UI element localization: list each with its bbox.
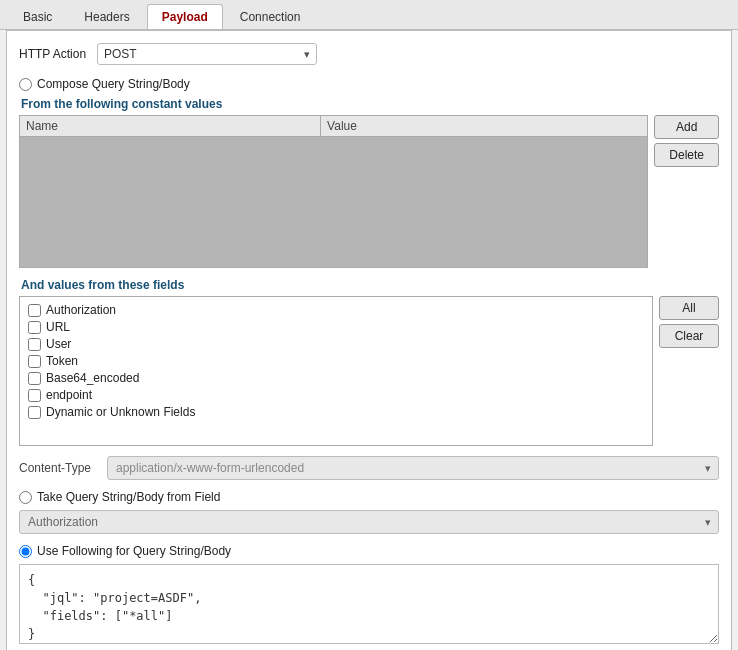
json-body-textarea[interactable]: { "jql": "project=ASDF", "fields": ["*al… [19, 564, 719, 644]
col-value-header: Value [321, 116, 647, 136]
content-type-label: Content-Type [19, 461, 101, 475]
all-button[interactable]: All [659, 296, 719, 320]
checkbox-row-authorization: Authorization [28, 303, 644, 317]
checkbox-row-token: Token [28, 354, 644, 368]
checkbox-base64-label: Base64_encoded [46, 371, 139, 385]
fields-section: Authorization URL User Token Base64_enco [19, 296, 719, 446]
checkbox-row-url: URL [28, 320, 644, 334]
compose-radio-row: Compose Query String/Body [19, 77, 719, 91]
tab-connection[interactable]: Connection [225, 4, 316, 29]
checkbox-endpoint[interactable] [28, 389, 41, 402]
const-side-buttons: Add Delete [654, 115, 719, 268]
tab-basic[interactable]: Basic [8, 4, 67, 29]
col-name-header: Name [20, 116, 321, 136]
content-area: HTTP Action POST GET PUT DELETE PATCH Co… [6, 30, 732, 650]
constant-values-label: From the following constant values [21, 97, 719, 111]
clear-button[interactable]: Clear [659, 324, 719, 348]
http-action-label: HTTP Action [19, 47, 89, 61]
table-header: Name Value [20, 116, 647, 137]
content-type-select[interactable]: application/x-www-form-urlencoded applic… [107, 456, 719, 480]
table-body [20, 137, 647, 267]
tab-headers[interactable]: Headers [69, 4, 144, 29]
field-select[interactable]: Authorization URL User Token [19, 510, 719, 534]
constant-values-section: Name Value Add Delete [19, 115, 719, 268]
compose-radio-label: Compose Query String/Body [37, 77, 190, 91]
checkbox-row-base64: Base64_encoded [28, 371, 644, 385]
checkbox-token[interactable] [28, 355, 41, 368]
content-type-row: Content-Type application/x-www-form-urle… [19, 456, 719, 480]
checkbox-base64[interactable] [28, 372, 41, 385]
checkbox-url[interactable] [28, 321, 41, 334]
checkbox-row-dynamic: Dynamic or Unknown Fields [28, 405, 644, 419]
checkbox-row-user: User [28, 337, 644, 351]
checkbox-row-endpoint: endpoint [28, 388, 644, 402]
checkbox-user-label: User [46, 337, 71, 351]
checkbox-authorization[interactable] [28, 304, 41, 317]
http-action-row: HTTP Action POST GET PUT DELETE PATCH [19, 43, 719, 65]
use-following-radio-row: Use Following for Query String/Body [19, 544, 719, 558]
take-query-radio-label: Take Query String/Body from Field [37, 490, 220, 504]
main-container: Basic Headers Payload Connection HTTP Ac… [0, 0, 738, 650]
checkbox-dynamic[interactable] [28, 406, 41, 419]
constant-values-table: Name Value [19, 115, 648, 268]
fields-checkboxes: Authorization URL User Token Base64_enco [19, 296, 653, 446]
checkbox-dynamic-label: Dynamic or Unknown Fields [46, 405, 195, 419]
checkbox-endpoint-label: endpoint [46, 388, 92, 402]
delete-button[interactable]: Delete [654, 143, 719, 167]
checkbox-authorization-label: Authorization [46, 303, 116, 317]
checkbox-token-label: Token [46, 354, 78, 368]
field-select-wrapper: Authorization URL User Token [19, 510, 719, 534]
tabs-bar: Basic Headers Payload Connection [0, 0, 738, 30]
checkbox-url-label: URL [46, 320, 70, 334]
take-query-radio-row: Take Query String/Body from Field [19, 490, 719, 504]
add-button[interactable]: Add [654, 115, 719, 139]
compose-radio[interactable] [19, 78, 32, 91]
take-query-radio[interactable] [19, 491, 32, 504]
tab-payload[interactable]: Payload [147, 4, 223, 29]
checkbox-user[interactable] [28, 338, 41, 351]
http-action-select[interactable]: POST GET PUT DELETE PATCH [97, 43, 317, 65]
http-action-select-wrapper: POST GET PUT DELETE PATCH [97, 43, 317, 65]
fields-section-label: And values from these fields [21, 278, 719, 292]
content-type-select-wrapper: application/x-www-form-urlencoded applic… [107, 456, 719, 480]
fields-side-buttons: All Clear [659, 296, 719, 446]
use-following-radio-label: Use Following for Query String/Body [37, 544, 231, 558]
use-following-radio[interactable] [19, 545, 32, 558]
